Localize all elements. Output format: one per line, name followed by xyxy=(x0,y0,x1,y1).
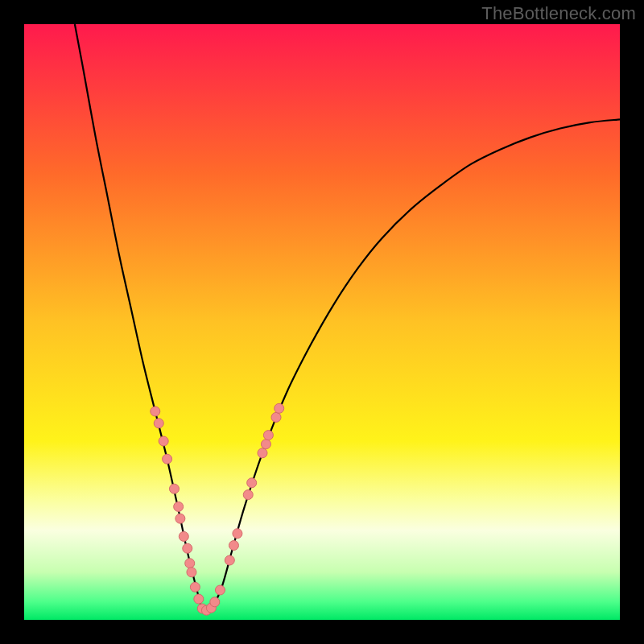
marker-dot xyxy=(151,407,160,416)
marker-dot xyxy=(169,484,179,493)
marker-dot xyxy=(261,440,270,449)
marker-dot xyxy=(229,541,238,551)
marker-dot xyxy=(258,448,267,458)
marker-dot xyxy=(154,419,163,428)
marker-dot xyxy=(185,559,195,568)
marker-dot xyxy=(243,490,253,500)
marker-dot xyxy=(271,412,281,422)
marker-dot xyxy=(175,514,185,523)
watermark-text: TheBottleneck.com xyxy=(481,3,636,24)
marker-dot xyxy=(187,568,196,577)
marker-dot xyxy=(247,478,257,488)
marker-dot xyxy=(183,543,192,553)
marker-dot xyxy=(215,585,225,595)
marker-dot xyxy=(275,403,284,413)
marker-dot xyxy=(263,431,273,440)
marker-dot xyxy=(174,502,184,511)
curve-markers xyxy=(151,403,284,615)
bottleneck-curve xyxy=(75,24,620,613)
marker-dot xyxy=(179,531,188,541)
chart-stage: TheBottleneck.com xyxy=(0,0,644,644)
marker-dot xyxy=(225,555,234,565)
marker-dot xyxy=(210,597,220,607)
marker-dot xyxy=(190,582,200,592)
marker-dot xyxy=(159,436,168,446)
curve-layer xyxy=(24,24,620,620)
marker-dot xyxy=(233,529,242,539)
plot-area xyxy=(24,24,620,620)
marker-dot xyxy=(194,594,204,604)
marker-dot xyxy=(163,454,172,464)
